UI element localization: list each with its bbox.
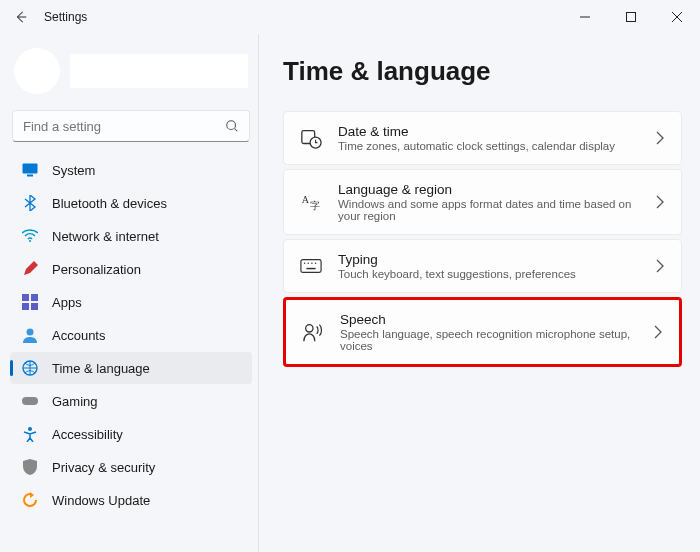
settings-card-list: Date & time Time zones, automatic clock … — [283, 111, 682, 367]
card-date-time[interactable]: Date & time Time zones, automatic clock … — [283, 111, 682, 165]
card-language-region[interactable]: A字 Language & region Windows and some ap… — [283, 169, 682, 235]
titlebar: Settings — [0, 0, 700, 34]
clock-calendar-icon — [300, 127, 322, 149]
sidebar-item-label: Network & internet — [52, 229, 159, 244]
chevron-right-icon — [653, 325, 663, 339]
sidebar-item-label: Gaming — [52, 394, 98, 409]
apps-icon — [22, 294, 38, 310]
card-title: Language & region — [338, 182, 639, 197]
sidebar-item-label: Apps — [52, 295, 82, 310]
sidebar-item-label: Privacy & security — [52, 460, 155, 475]
sidebar-item-gaming[interactable]: Gaming — [10, 385, 252, 417]
svg-rect-2 — [23, 164, 38, 174]
svg-point-1 — [227, 121, 236, 130]
svg-point-9 — [27, 329, 34, 336]
card-subtitle: Touch keyboard, text suggestions, prefer… — [338, 268, 639, 280]
svg-point-23 — [306, 325, 313, 332]
sidebar-item-label: System — [52, 163, 95, 178]
card-subtitle: Speech language, speech recognition micr… — [340, 328, 637, 352]
sidebar-item-network[interactable]: Network & internet — [10, 220, 252, 252]
minimize-button[interactable] — [562, 0, 608, 34]
close-button[interactable] — [654, 0, 700, 34]
search-box[interactable] — [12, 110, 250, 142]
sidebar-item-accessibility[interactable]: Accessibility — [10, 418, 252, 450]
update-icon — [22, 492, 38, 508]
svg-rect-3 — [27, 175, 33, 177]
back-icon[interactable] — [14, 10, 28, 24]
language-icon: A字 — [300, 191, 322, 213]
card-speech[interactable]: Speech Speech language, speech recogniti… — [283, 297, 682, 367]
svg-point-19 — [308, 263, 309, 264]
chevron-right-icon — [655, 259, 665, 273]
card-title: Date & time — [338, 124, 639, 139]
chevron-right-icon — [655, 195, 665, 209]
sidebar: System Bluetooth & devices Network & int… — [0, 34, 258, 552]
card-title: Speech — [340, 312, 637, 327]
svg-rect-0 — [627, 13, 636, 22]
page-heading: Time & language — [283, 56, 682, 87]
svg-point-20 — [311, 263, 312, 264]
sidebar-item-windows-update[interactable]: Windows Update — [10, 484, 252, 516]
bluetooth-icon — [22, 195, 38, 211]
card-title: Typing — [338, 252, 639, 267]
sidebar-item-system[interactable]: System — [10, 154, 252, 186]
sidebar-item-bluetooth[interactable]: Bluetooth & devices — [10, 187, 252, 219]
search-input[interactable] — [23, 119, 225, 134]
card-typing[interactable]: Typing Touch keyboard, text suggestions,… — [283, 239, 682, 293]
sidebar-item-personalization[interactable]: Personalization — [10, 253, 252, 285]
paint-icon — [22, 261, 38, 277]
card-subtitle: Windows and some apps format dates and t… — [338, 198, 639, 222]
svg-rect-7 — [22, 303, 29, 310]
maximize-button[interactable] — [608, 0, 654, 34]
svg-point-18 — [304, 263, 305, 264]
svg-point-21 — [315, 263, 316, 264]
svg-rect-8 — [31, 303, 38, 310]
keyboard-icon — [300, 255, 322, 277]
svg-rect-5 — [22, 294, 29, 301]
svg-point-4 — [29, 240, 31, 242]
accessibility-icon — [22, 426, 38, 442]
sidebar-item-label: Accessibility — [52, 427, 123, 442]
speech-icon — [302, 321, 324, 343]
search-icon — [225, 119, 239, 133]
card-subtitle: Time zones, automatic clock settings, ca… — [338, 140, 639, 152]
svg-rect-17 — [301, 260, 321, 273]
system-icon — [22, 162, 38, 178]
sidebar-item-label: Windows Update — [52, 493, 150, 508]
svg-text:字: 字 — [310, 200, 320, 211]
svg-point-12 — [28, 427, 32, 431]
gaming-icon — [22, 393, 38, 409]
window-title: Settings — [44, 10, 87, 24]
svg-rect-11 — [22, 397, 38, 405]
sidebar-item-apps[interactable]: Apps — [10, 286, 252, 318]
sidebar-item-label: Bluetooth & devices — [52, 196, 167, 211]
shield-icon — [22, 459, 38, 475]
profile-name — [70, 54, 248, 88]
person-icon — [22, 327, 38, 343]
chevron-right-icon — [655, 131, 665, 145]
avatar — [14, 48, 60, 94]
sidebar-item-label: Time & language — [52, 361, 150, 376]
sidebar-item-label: Accounts — [52, 328, 105, 343]
nav-list: System Bluetooth & devices Network & int… — [10, 154, 252, 516]
sidebar-item-privacy[interactable]: Privacy & security — [10, 451, 252, 483]
globe-clock-icon — [22, 360, 38, 376]
sidebar-item-label: Personalization — [52, 262, 141, 277]
svg-text:A: A — [302, 194, 310, 205]
sidebar-item-accounts[interactable]: Accounts — [10, 319, 252, 351]
svg-rect-22 — [306, 268, 315, 269]
wifi-icon — [22, 228, 38, 244]
profile-block[interactable] — [10, 34, 252, 110]
svg-rect-6 — [31, 294, 38, 301]
main-content: Time & language Date & time Time zones, … — [258, 34, 700, 552]
sidebar-item-time-language[interactable]: Time & language — [10, 352, 252, 384]
